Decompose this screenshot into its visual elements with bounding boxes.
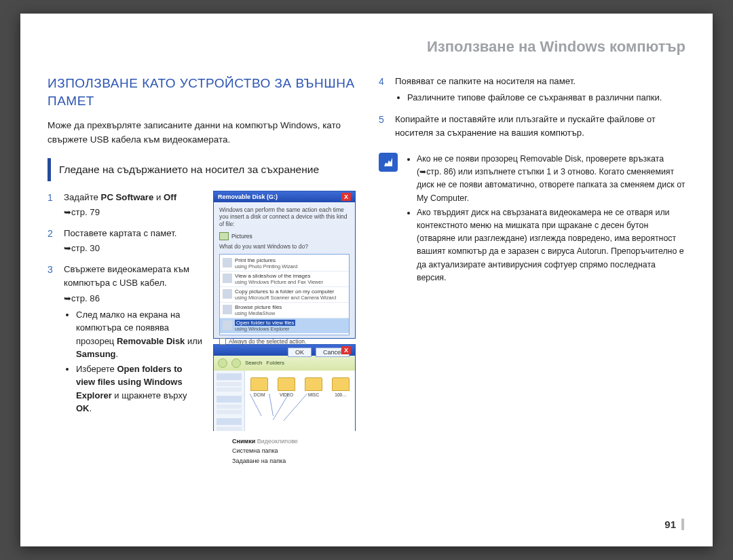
dialog-option: Copy pictures to a folder on my computer… bbox=[220, 287, 349, 303]
page-ref-icon: ➥ bbox=[64, 293, 71, 303]
folder-item: MISC bbox=[305, 377, 322, 397]
dialog-option: Print the picturesusing Photo Printing W… bbox=[220, 256, 349, 272]
info-bullet-1: Ако не се появи прозорец Removable Disk,… bbox=[417, 153, 685, 205]
svg-line-1 bbox=[269, 394, 274, 416]
folder-item: DCIM bbox=[250, 377, 268, 397]
dialog-desc: Windows can perform the same action each… bbox=[219, 206, 350, 228]
step-text: Появяват се папките на носителя на памет… bbox=[395, 76, 576, 86]
step-4: 4 Появяват се папките на носителя на пам… bbox=[379, 75, 685, 106]
folder-item: VIDEO bbox=[278, 377, 295, 397]
page-ref-icon: ➥ bbox=[64, 243, 71, 253]
explorer-toolbar: Search Folders bbox=[214, 356, 355, 371]
ok-button: OK bbox=[288, 348, 312, 357]
step-text: Свържете видеокамерата към компютъра с U… bbox=[64, 264, 189, 288]
section-heading: ИЗПОЛЗВАНЕ КАТО УСТРОЙСТВО ЗА ВЪНШНА ПАМ… bbox=[48, 75, 356, 109]
back-icon bbox=[218, 358, 227, 368]
dialog-option: View a slideshow of the imagesusing Wind… bbox=[220, 272, 349, 287]
option-icon bbox=[223, 320, 232, 330]
close-icon: X bbox=[341, 193, 351, 201]
step-number: 4 bbox=[379, 75, 390, 106]
page-ref: стр. 79 bbox=[71, 207, 100, 217]
page-ref-icon: ➥ bbox=[64, 207, 71, 217]
step-2: 2 Поставете картата с памет. ➥стр. 30 bbox=[48, 227, 204, 256]
lead-paragraph: Може да прехвърляте записаните данни на … bbox=[48, 119, 356, 147]
explorer-side-pane bbox=[214, 371, 245, 431]
page-number: 91 bbox=[664, 519, 684, 530]
folder-icon bbox=[278, 377, 295, 391]
step-text: Поставете картата с памет. bbox=[64, 228, 176, 238]
chapter-title: Използване на Windows компютър bbox=[48, 38, 685, 56]
page-ref: стр. 30 bbox=[71, 243, 100, 253]
option-icon bbox=[223, 258, 232, 267]
pictures-icon bbox=[219, 232, 229, 240]
folder-item: 100… bbox=[332, 377, 350, 397]
step-5: 5 Копирайте и поставяйте или плъзгайте и… bbox=[379, 113, 685, 141]
pc-software-label: PC Software bbox=[101, 192, 154, 202]
info-icon bbox=[379, 153, 398, 172]
removable-disk-dialog: Removable Disk (G:) X Windows can perfor… bbox=[213, 191, 356, 339]
step-number: 2 bbox=[48, 227, 58, 256]
step-text: Задайте bbox=[64, 192, 101, 202]
step-1: 1 Задайте PC Software и Off ➥стр. 79 bbox=[48, 191, 204, 220]
svg-line-2 bbox=[273, 394, 288, 420]
option-icon bbox=[223, 305, 232, 314]
step-3-bullet-2: Изберете Open folders to view files usin… bbox=[76, 362, 204, 415]
step-number: 3 bbox=[48, 263, 58, 417]
svg-line-3 bbox=[281, 394, 307, 421]
checkbox-icon bbox=[219, 338, 226, 345]
step-text: Копирайте и поставяйте или плъзгайте и п… bbox=[395, 114, 656, 138]
step-4-bullet: Различните типове файлове се съхраняват … bbox=[407, 91, 685, 105]
folder-icon bbox=[250, 377, 268, 391]
step-3-bullet-1: След малко на екрана на компютъра се поя… bbox=[76, 308, 204, 361]
close-icon: X bbox=[341, 346, 351, 354]
dialog-option: Browse picture filesusing MediaShow bbox=[220, 303, 349, 318]
step-number: 1 bbox=[48, 191, 58, 220]
dialog-question: What do you want Windows to do? bbox=[219, 243, 350, 250]
explorer-file-area: DCIM VIDEO MISC 100… bbox=[245, 371, 355, 431]
option-icon bbox=[223, 274, 232, 283]
subsection-heading: Гледане на съдържанието на носител за съ… bbox=[48, 158, 356, 181]
off-label: Off bbox=[164, 192, 176, 202]
dialog-option-selected: Open folder to view filesusing Windows E… bbox=[220, 318, 349, 333]
folder-icon bbox=[305, 377, 322, 391]
option-icon bbox=[223, 289, 232, 299]
page-ref: стр. 86 bbox=[71, 293, 100, 303]
figure-captions: Снимки Видеоклипове Системна папка Задав… bbox=[232, 436, 356, 466]
info-note: Ако не се появи прозорец Removable Disk,… bbox=[379, 153, 685, 286]
callout-lines bbox=[245, 394, 316, 421]
dialog-title: Removable Disk (G:) bbox=[218, 193, 278, 200]
forward-icon bbox=[231, 358, 241, 368]
step-number: 5 bbox=[379, 113, 390, 141]
info-bullet-2: Ако твърдият диск на свързаната видеокам… bbox=[417, 206, 685, 284]
dialog-option-list: Print the picturesusing Photo Printing W… bbox=[219, 254, 350, 335]
step-3: 3 Свържете видеокамерата към компютъра с… bbox=[48, 263, 204, 417]
folder-icon bbox=[332, 377, 350, 391]
